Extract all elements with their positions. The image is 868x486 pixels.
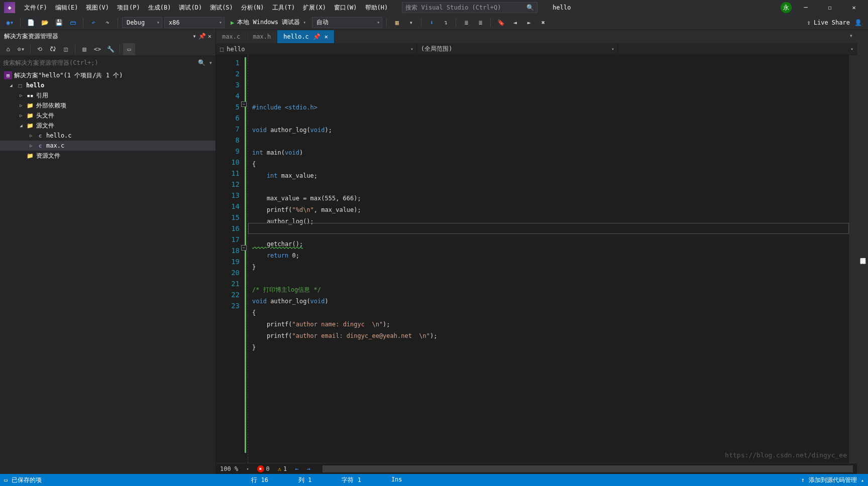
maximize-button[interactable]: ☐ — [820, 1, 840, 15]
platform-combo[interactable]: x86 — [164, 17, 225, 28]
vertical-scrollbar[interactable] — [849, 55, 857, 463]
horizontal-scrollbar[interactable] — [322, 465, 853, 472]
panel-title: 解决方案资源管理器 — [4, 32, 58, 41]
menu-analyze[interactable]: 分析(N) — [237, 2, 268, 14]
pin-icon[interactable]: 📌 — [198, 33, 206, 40]
resources-node[interactable]: 📁资源文件 — [0, 151, 215, 161]
warning-count[interactable]: ⚠1 — [278, 465, 287, 472]
tab-overflow-icon[interactable]: ▾ — [845, 30, 857, 43]
indent-left-icon[interactable]: ≣ — [460, 17, 472, 29]
close-tab-icon[interactable]: ✕ — [324, 33, 328, 40]
headers-node[interactable]: ▷📁头文件 — [0, 110, 215, 120]
expand-icon[interactable]: ▷ — [18, 93, 24, 98]
menu-build[interactable]: 生成(B) — [144, 2, 175, 14]
editor-footer: 100 % ▾ ✖0 ⚠1 ← → — [216, 463, 857, 474]
error-count[interactable]: ✖0 — [257, 465, 270, 472]
expand-icon[interactable]: ◢ — [18, 123, 24, 128]
toolbar-btn-1[interactable]: ▦ — [391, 17, 403, 29]
sources-node[interactable]: ◢📁源文件 — [0, 120, 215, 131]
properties-icon[interactable]: 🔧 — [104, 43, 117, 55]
configuration-combo[interactable]: Debug — [122, 17, 162, 28]
feedback-icon[interactable]: 👤 — [852, 17, 864, 29]
code-content[interactable]: − − #include <stdio.h> void author_log(v… — [248, 55, 849, 463]
show-all-icon[interactable]: ▤ — [78, 43, 90, 55]
menu-view[interactable]: 视图(V) — [82, 2, 113, 14]
undo-button[interactable]: ↶ — [87, 17, 99, 29]
menu-debug[interactable]: 调试(D) — [175, 2, 206, 14]
panel-search[interactable]: 🔍 ▾ — [0, 56, 215, 69]
type-combo[interactable]: (全局范围) — [417, 43, 618, 55]
tab-max-h[interactable]: max.h — [247, 30, 277, 43]
search-placeholder: 搜索 Visual Studio (Ctrl+Q) — [405, 4, 501, 12]
tab-hello-c[interactable]: hello.c📌✕ — [277, 30, 335, 43]
menu-tools[interactable]: 工具(T) — [268, 2, 299, 14]
menu-edit[interactable]: 编辑(E) — [51, 2, 82, 14]
indent-right-icon[interactable]: ≣ — [474, 17, 486, 29]
zoom-level[interactable]: 100 % — [220, 465, 238, 472]
step-into-icon[interactable]: ⬇ — [425, 17, 438, 29]
redo-button[interactable]: ↷ — [101, 17, 114, 29]
fold-icon[interactable]: − — [241, 245, 247, 251]
save-all-button[interactable]: 🗃 — [67, 17, 79, 29]
expand-icon[interactable]: ▷ — [18, 103, 24, 108]
status-scm[interactable]: 添加到源代码管理 — [809, 476, 857, 484]
auto-combo[interactable]: 自动 — [312, 17, 382, 28]
save-button[interactable]: 💾 — [53, 17, 65, 29]
fold-icon[interactable]: − — [241, 101, 247, 107]
scope-combo[interactable]: ⬚hello — [216, 43, 417, 55]
menu-help[interactable]: 帮助(H) — [361, 2, 392, 14]
solution-node[interactable]: ⊞解决方案"hello"(1 个项目/共 1 个) — [0, 70, 215, 80]
home-icon[interactable]: ⌂ — [2, 43, 14, 55]
expand-icon[interactable]: ▷ — [18, 113, 24, 118]
dropdown-icon[interactable]: ▾ — [193, 33, 196, 40]
start-debug-button[interactable]: ▶ 本地 Windows 调试器 ▾ — [227, 17, 310, 28]
expand-icon[interactable]: ▷ — [28, 143, 34, 148]
new-project-button[interactable]: 📄 — [25, 17, 37, 29]
menu-project[interactable]: 项目(P) — [113, 2, 144, 14]
menu-window[interactable]: 窗口(W) — [330, 2, 361, 14]
project-node[interactable]: ◢⬚hello — [0, 80, 215, 90]
expand-icon[interactable]: ◢ — [8, 83, 14, 88]
close-button[interactable]: ✕ — [844, 1, 864, 15]
quick-launch-search[interactable]: 搜索 Visual Studio (Ctrl+Q) 🔍 — [402, 2, 537, 13]
tab-max-c[interactable]: max.c — [216, 30, 247, 43]
menu-file[interactable]: 文件(F) — [20, 2, 51, 14]
menu-test[interactable]: 测试(S) — [206, 2, 237, 14]
play-icon: ▶ — [231, 19, 234, 26]
rail-server-explorer[interactable]: 服务器资源管理器 — [857, 250, 868, 256]
code-editor[interactable]: 1234567891011121314151617181920212223 − … — [216, 55, 857, 463]
nav-fwd-icon[interactable]: → — [306, 465, 310, 472]
minimize-button[interactable]: ─ — [796, 1, 816, 15]
member-combo[interactable] — [618, 43, 857, 55]
file-hello-c[interactable]: ▷chello.c — [0, 131, 215, 141]
zoom-dropdown-icon[interactable]: ▾ — [246, 466, 249, 471]
expand-icon[interactable]: ▷ — [28, 133, 34, 138]
sync-icon[interactable]: ⟲ — [34, 43, 46, 55]
search-icon: 🔍 ▾ — [198, 59, 212, 66]
code-icon[interactable]: <> — [91, 43, 103, 55]
clear-bookmark-icon[interactable]: ✖ — [537, 17, 549, 29]
live-share-button[interactable]: ⇪ Live Share — [807, 19, 850, 26]
menu-extensions[interactable]: 扩展(X) — [299, 2, 330, 14]
panel-search-input[interactable] — [3, 59, 198, 66]
collapse-icon[interactable]: ◫ — [60, 43, 72, 55]
combo-icon[interactable]: ⊙▾ — [15, 43, 27, 55]
ext-deps-node[interactable]: ▷📁外部依赖项 — [0, 100, 215, 110]
next-bookmark-icon[interactable]: ► — [523, 17, 535, 29]
solution-icon: ⊞ — [4, 71, 12, 79]
pin-icon[interactable]: 📌 — [313, 33, 320, 40]
toolbar-btn-2[interactable]: ▾ — [405, 17, 417, 29]
user-avatar-icon[interactable]: 永 — [781, 2, 792, 13]
refresh-icon[interactable]: 🗘 — [47, 43, 59, 55]
solution-explorer-panel: 解决方案资源管理器 ▾ 📌 ✕ ⌂ ⊙▾ ⟲ 🗘 ◫ ▤ <> 🔧 ▭ 🔍 ▾ — [0, 30, 216, 474]
prev-bookmark-icon[interactable]: ◄ — [509, 17, 521, 29]
panel-close-icon[interactable]: ✕ — [208, 33, 211, 40]
open-button[interactable]: 📂 — [39, 17, 51, 29]
file-max-c[interactable]: ▷cmax.c — [0, 141, 215, 151]
bookmark-icon[interactable]: 🔖 — [495, 17, 507, 29]
nav-back-icon[interactable]: ← — [295, 465, 298, 472]
preview-icon[interactable]: ▭ — [123, 43, 135, 55]
step-over-icon[interactable]: ↴ — [440, 17, 452, 29]
refs-node[interactable]: ▷▪▪引用 — [0, 90, 215, 100]
back-button[interactable]: ◉▾ — [4, 17, 16, 29]
